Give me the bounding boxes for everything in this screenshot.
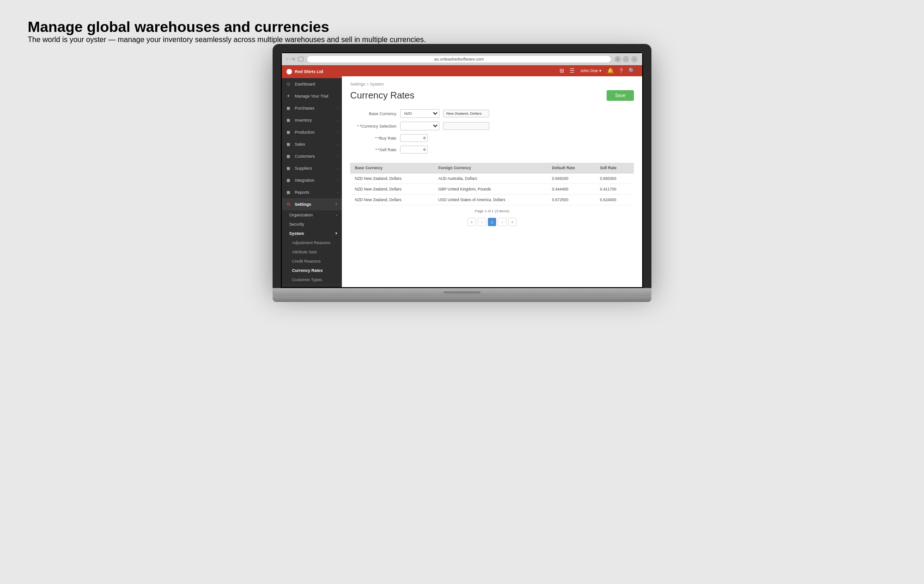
sidebar-item-attribute-sets[interactable]: Attribute Sets (282, 247, 342, 257)
table-row[interactable]: NZD New Zealand, Dollars AUD Australia, … (350, 173, 634, 184)
base-currency-select[interactable]: NZD (400, 109, 439, 118)
buy-rate-row: *Buy Rate (350, 134, 634, 142)
sell-rate-input[interactable] (400, 146, 428, 154)
organization-label: Organization (289, 213, 313, 217)
sidebar: Red Shirts Ltd ⊙ Dashboard ✦ Manage Your… (282, 65, 342, 287)
sales-icon: ◼ (286, 141, 292, 147)
col-default-rate: Default Rate (547, 163, 596, 173)
grid-icon[interactable]: ⊞ (559, 68, 564, 74)
sidebar-item-currency-rates[interactable]: Currency Rates (282, 266, 342, 275)
menu-icon[interactable]: ☰ (570, 68, 575, 74)
sidebar-label-customers: Customers (295, 154, 315, 159)
inventory-arrow: › (337, 119, 338, 122)
sidebar-item-adjustment-reasons[interactable]: Adjustment Reasons (282, 238, 342, 247)
settings-label: Settings (295, 202, 311, 207)
prev-page-btn[interactable]: ‹ (478, 218, 486, 226)
row1-foreign: AUD Australia, Dollars (434, 173, 547, 184)
browser-action-buttons: ⊕ ↑ + (614, 56, 638, 62)
sidebar-item-inventory[interactable]: ◼ Inventory › (282, 114, 342, 126)
right-section: ⊞ ☰ John Doe ▾ 🔔 ? 🔍 Setti (342, 65, 642, 287)
currency-selection-select[interactable] (400, 122, 439, 130)
browser-nav-buttons[interactable]: ‹ › ↻ (286, 57, 304, 61)
settings-icon: ⚙ (286, 202, 292, 207)
main-content: Settings > System Currency Rates Save Ba… (342, 76, 642, 287)
forward-arrow[interactable]: › (289, 57, 291, 61)
customers-icon: ◼ (286, 154, 292, 159)
base-currency-row: Base Currency NZD (350, 109, 634, 118)
bookmark-icon[interactable]: ⊕ (614, 56, 621, 62)
system-label: System (289, 231, 304, 236)
sidebar-item-settings[interactable]: ⚙ Settings ▾ (282, 198, 342, 210)
new-tab-icon[interactable]: + (631, 56, 638, 62)
sidebar-item-customer-types[interactable]: Customer Types (282, 275, 342, 284)
sell-rate-label: *Sell Rate (350, 148, 396, 152)
sidebar-item-security[interactable]: Security (282, 220, 342, 229)
save-button[interactable]: Save (607, 90, 634, 101)
tabs-button[interactable] (298, 57, 304, 61)
form-section: Base Currency NZD *Currency Selection (350, 109, 634, 154)
sidebar-item-suppliers[interactable]: ◼ Suppliers › (282, 162, 342, 174)
row2-default-rate: 0.444400 (547, 184, 596, 195)
sidebar-label-reports: Reports (295, 190, 310, 195)
search-icon[interactable]: 🔍 (628, 68, 635, 74)
row2-base: NZD New Zealand, Dollars (350, 184, 434, 195)
row1-base: NZD New Zealand, Dollars (350, 173, 434, 184)
table-row[interactable]: NZD New Zealand, Dollars GBP United King… (350, 184, 634, 195)
hero-subtitle: The world is your oyster — manage your i… (28, 36, 896, 44)
security-label: Security (289, 222, 304, 227)
sidebar-item-production[interactable]: ◼ Production › (282, 126, 342, 138)
top-navbar: ⊞ ☰ John Doe ▾ 🔔 ? 🔍 (342, 65, 642, 76)
sidebar-item-integration[interactable]: ◼ Integration › (282, 174, 342, 186)
sidebar-item-sales[interactable]: ◼ Sales › (282, 138, 342, 150)
sidebar-label-suppliers: Suppliers (295, 166, 312, 171)
back-arrow[interactable]: ‹ (286, 57, 288, 61)
sidebar-item-system[interactable]: System ▾ (282, 229, 342, 238)
inventory-icon: ◼ (286, 117, 292, 123)
customers-arrow: › (337, 155, 338, 158)
currency-name-field[interactable] (443, 122, 489, 130)
base-currency-name-field (443, 110, 489, 117)
table-row[interactable]: NZD New Zealand, Dollars USD United Stat… (350, 195, 634, 205)
next-page-btn[interactable]: › (498, 218, 506, 226)
bell-icon[interactable]: 🔔 (607, 68, 614, 74)
company-logo (286, 69, 292, 74)
sidebar-item-purchases[interactable]: ◼ Purchases › (282, 102, 342, 114)
sidebar-label-inventory: Inventory (295, 118, 312, 123)
col-base-currency: Base Currency (350, 163, 434, 173)
currency-selection-row: *Currency Selection (350, 122, 634, 130)
sidebar-item-customers[interactable]: ◼ Customers › (282, 150, 342, 162)
laptop-notch (444, 291, 480, 294)
hero-title: Manage global warehouses and currencies (28, 18, 896, 36)
company-name: Red Shirts Ltd (295, 69, 323, 74)
share-icon[interactable]: ↑ (623, 56, 629, 62)
sidebar-item-trial[interactable]: ✦ Manage Your Trial (282, 90, 342, 102)
sidebar-item-organization[interactable]: Organization › (282, 210, 342, 220)
help-icon[interactable]: ? (620, 68, 623, 74)
row2-foreign: GBP United Kingdom, Pounds (434, 184, 547, 195)
reports-arrow: › (337, 191, 338, 194)
row1-sell-rate: 0.893300 (596, 173, 634, 184)
buy-rate-input[interactable] (400, 134, 428, 142)
sidebar-item-credit-reasons[interactable]: Credit Reasons (282, 257, 342, 266)
currency-rates-label: Currency Rates (292, 268, 323, 273)
pagination-info: Page 1 of 1 (3 items) (350, 209, 634, 213)
first-page-btn[interactable]: « (468, 218, 476, 226)
collapse-menu-button[interactable]: ‹ Collapse Menu (282, 284, 342, 287)
user-name: John Doe (580, 68, 598, 73)
table-header: Base Currency Foreign Currency Default R… (350, 163, 634, 173)
attribute-label: Attribute Sets (292, 250, 317, 254)
sidebar-item-reports[interactable]: ◼ Reports › (282, 186, 342, 198)
sidebar-item-dashboard[interactable]: ⊙ Dashboard (282, 78, 342, 90)
user-menu[interactable]: John Doe ▾ (580, 68, 602, 73)
sidebar-header: Red Shirts Ltd (282, 65, 342, 78)
sales-arrow: › (337, 143, 338, 146)
address-bar[interactable]: au.unleashedsoftware.com (307, 56, 611, 62)
last-page-btn[interactable]: » (508, 218, 517, 226)
browser-chrome: ‹ › ↻ au.unleashedsoftware.com ⊕ ↑ + (282, 53, 642, 65)
page-1-btn[interactable]: 1 (488, 218, 496, 226)
sidebar-label-production: Production (295, 130, 315, 135)
integration-icon: ◼ (286, 178, 292, 183)
reload-icon[interactable]: ↻ (292, 57, 296, 61)
user-dropdown-arrow: ▾ (599, 68, 602, 73)
production-arrow: › (337, 131, 338, 134)
